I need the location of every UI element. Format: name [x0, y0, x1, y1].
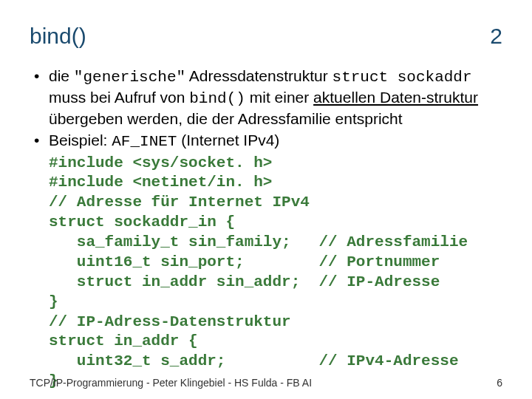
slide-title: bind(): [30, 24, 86, 49]
text: (Internet IPv4): [177, 132, 279, 149]
code-inline-af-inet: AF_INET: [112, 133, 177, 150]
text: die: [49, 67, 74, 84]
text: Beispiel:: [49, 132, 112, 149]
text: Adressdatenstruktur: [185, 67, 332, 84]
bullet-list: die "generische" Adressdatenstruktur str…: [30, 66, 502, 152]
slide-footer: TCP/IP-Programmierung - Peter Klingebiel…: [30, 377, 502, 389]
code-block: #include <sys/socket. h> #include <netin…: [30, 154, 502, 392]
underlined-text: aktuellen Daten-struktur: [313, 89, 478, 106]
text: muss bei Aufruf von: [49, 89, 189, 106]
slide-sequence-number: 2: [490, 24, 502, 49]
footer-text: TCP/IP-Programmierung - Peter Klingebiel…: [30, 377, 312, 389]
code-inline-struct-sockaddr: struct sockaddr: [332, 69, 472, 86]
slide-header: bind() 2: [30, 24, 502, 49]
bullet-item-2: Beispiel: AF_INET (Internet IPv4): [30, 131, 502, 152]
code-inline-bind: bind(): [189, 90, 245, 107]
bullet-item-1: die "generische" Adressdatenstruktur str…: [30, 66, 502, 129]
text: übergeben werden, die der Adressfamilie …: [49, 110, 403, 127]
slide-number: 6: [497, 377, 502, 389]
text: mit einer: [245, 89, 313, 106]
quoted-text: "generische": [74, 69, 185, 86]
